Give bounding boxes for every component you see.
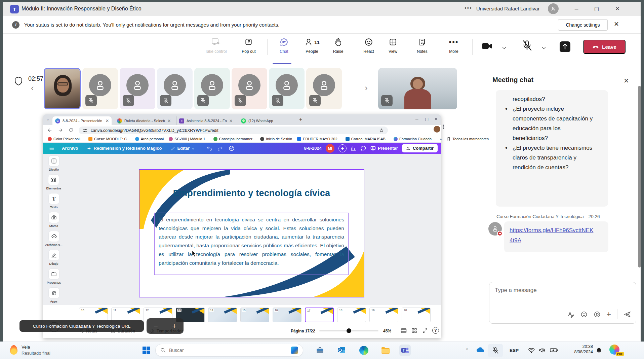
taskbar-app-briefcase[interactable] [314,345,326,356]
emoji-icon[interactable] [580,311,588,318]
canva-edit-menu[interactable]: Editar ⌄ [170,146,194,151]
chat-message[interactable]: https://forms.gle/HFh96SvcttNEK4t9A [504,221,608,252]
slide-thumbnail-current[interactable]: 17 [305,308,334,322]
taskbar-app-outlook[interactable] [336,345,348,356]
back-icon[interactable] [47,128,52,133]
slide-thumbnail[interactable]: 20 [402,308,431,322]
site-settings-icon[interactable] [83,128,87,133]
taskbar-app-explorer[interactable] [380,345,391,356]
chat-panel-close-icon[interactable]: ✕ [623,77,629,85]
browser-menu-icon[interactable]: ••• [443,124,444,130]
canva-user-avatar[interactable]: MI [326,144,334,153]
sidebar-item-elements[interactable]: Elementos [46,174,62,193]
sidebar-item-draw[interactable]: Dibujo [48,250,59,268]
all-bookmarks-button[interactable]: Todos los marcadores [447,137,489,141]
bookmark-item[interactable]: Correo: MARIA ISAB... [346,137,389,141]
tab-search-chevron-icon[interactable]: ⌄ [46,117,49,121]
slide-body-textbox[interactable]: El emprendimiento en tecnología cívica s… [154,213,349,275]
sidebar-item-text[interactable]: TTexto [48,193,59,212]
fullscreen-icon[interactable] [422,328,428,333]
camera-button[interactable] [481,41,493,51]
minimize-icon[interactable]: ─ [571,4,581,13]
new-tab-icon[interactable]: + [299,116,302,122]
bookmark-item[interactable]: Inicio de Sesión [260,137,292,141]
attach-plus-icon[interactable]: + [607,311,611,318]
slide-thumbnail[interactable]: 14 [208,308,237,322]
slide-thumbnail[interactable]: 16 [273,308,301,322]
bookmarks-overflow-icon[interactable]: » [440,137,442,141]
sidebar-item-apps[interactable]: Apps [48,287,59,306]
zoom-slider-knob[interactable] [347,328,351,333]
strip-scroll-left-icon[interactable]: ‹ [31,83,34,93]
volume-icon[interactable] [538,347,546,354]
participant-tile[interactable] [120,68,155,109]
invite-plus-icon[interactable]: + [338,144,347,152]
tab-close-icon[interactable]: ✕ [167,118,171,123]
change-settings-button[interactable]: Change settings [558,19,608,31]
zoom-out-icon[interactable]: − [154,322,158,330]
taskbar-app-edge[interactable] [358,345,369,356]
participant-tile[interactable] [157,68,193,109]
share-design-button[interactable]: Compartir [402,144,438,152]
maximize-icon[interactable]: ▢ [592,4,602,13]
address-bar[interactable]: canva.com/design/DAGNQxvGfi0/sb27VXLD_yi… [79,127,388,134]
canva-magic-resize[interactable]: Redimensión y Rediseño Mágico [87,146,162,151]
chat-scrollbar[interactable] [638,86,641,267]
participant-video-active[interactable] [44,68,81,109]
bookmark-item[interactable]: EDUDER MAYO 202... [297,137,340,141]
canva-menu-icon[interactable] [49,146,54,151]
participant-tile[interactable] [194,68,230,109]
spotlight-video[interactable] [378,68,457,109]
format-icon[interactable] [567,311,574,318]
mic-button[interactable] [522,40,532,52]
comment-icon[interactable] [360,145,366,151]
refresh-icon[interactable] [69,128,74,133]
browser-tab[interactable]: C 8-8-2024 - Presentación - Canv... ✕ [52,116,112,125]
sidebar-item-brand[interactable]: Marca [48,212,59,231]
tray-clock[interactable]: 20:38 8/08/2024 [567,344,593,355]
widget-title[interactable]: Vela [22,345,30,350]
forms-link[interactable]: https://forms.gle/HFh96SvcttNEK4t9A [510,225,594,246]
redo-icon[interactable] [217,145,223,151]
banner-close-icon[interactable]: ✕ [614,20,619,28]
search-input[interactable] [169,348,287,353]
bookmark-item[interactable]: Formación Ciudada... [394,137,435,141]
bookmark-star-icon[interactable] [379,128,384,133]
chat-message[interactable]: recopilados? ¿El proyecto incluye compon… [496,90,608,207]
leave-button[interactable]: Leave [583,40,626,54]
bookmark-item[interactable]: Curso: MOODLE: C... [88,137,130,141]
tray-mic-muted[interactable] [488,344,503,357]
present-button[interactable]: Presentar [370,146,398,151]
forward-icon[interactable] [58,128,63,133]
taskbar-app-teams-active[interactable]: T [399,345,411,356]
more-button[interactable]: ••• More [440,38,468,54]
tray-expand-icon[interactable]: ⌃ [465,348,469,353]
bookmark-item[interactable]: SC-900 | Módulo 1... [169,137,208,141]
browser-tab[interactable]: ✆ (12) WhatsApp [238,116,297,125]
chat-compose-box[interactable]: + [489,282,636,324]
slide-title[interactable]: Emprendimiento y tecnología cívica [139,188,364,199]
bookmark-item[interactable]: Consejos Iberoamer... [213,137,255,141]
help-icon[interactable]: ? [432,327,439,334]
sidebar-item-uploads[interactable]: Archivos s... [45,231,63,250]
battery-icon[interactable] [550,348,558,353]
send-icon[interactable] [623,311,631,318]
taskbar-search[interactable] [155,344,303,357]
slide-thumbnail[interactable]: 15 [240,308,269,322]
bookmark-item[interactable]: Área personal [135,137,164,141]
slide-thumbnail[interactable]: 18 [337,308,366,322]
bookmark-item[interactable]: Color Picker onli... [48,137,83,141]
sidebar-item-design[interactable]: Diseño [48,155,59,174]
onedrive-icon[interactable] [475,347,485,353]
wifi-icon[interactable] [528,347,535,353]
browser-tab[interactable]: Ruleta Aleatoria - Selector Pers... ✕ [114,116,173,125]
slide-thumbnail[interactable]: 19 [369,308,398,322]
participant-tile[interactable] [269,68,305,109]
loop-icon[interactable] [594,311,601,318]
share-button[interactable] [559,40,571,53]
weather-widget-icon[interactable] [10,345,17,355]
start-button[interactable] [143,347,150,354]
strip-scroll-right-icon[interactable]: › [365,83,368,93]
notes-button[interactable]: Notes [408,38,436,54]
message-input[interactable] [495,287,596,294]
